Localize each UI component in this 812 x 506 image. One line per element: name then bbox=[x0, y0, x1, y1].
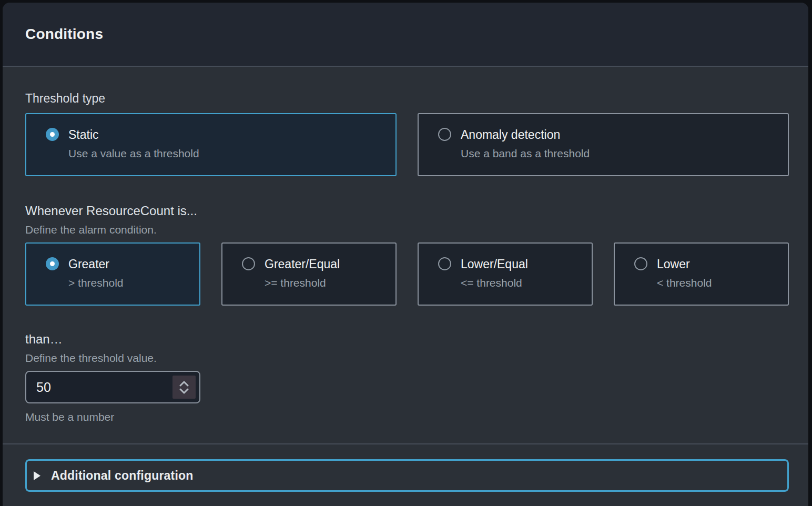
threshold-type-label: Threshold type bbox=[25, 92, 789, 105]
threshold-type-tiles: Static Use a value as a threshold Anomal… bbox=[25, 113, 789, 176]
condition-section-heading: Whenever ResourceCount is... Define the … bbox=[25, 204, 789, 236]
panel-header: Conditions bbox=[3, 3, 808, 67]
chevron-down-icon[interactable] bbox=[179, 388, 189, 394]
tile-anomaly-label: Anomaly detection bbox=[461, 127, 590, 142]
threshold-value-description: Define the threshold value. bbox=[25, 352, 789, 365]
conditions-panel: Conditions Threshold type Static Use a v… bbox=[3, 3, 808, 506]
caret-right-icon bbox=[33, 471, 41, 481]
radio-lower-equal[interactable] bbox=[438, 257, 451, 270]
tile-anomaly-description: Use a band as a threshold bbox=[461, 147, 590, 160]
tile-greater-equal-label: Greater/Equal bbox=[265, 257, 340, 271]
threshold-value-input-wrap bbox=[25, 371, 200, 403]
tile-greater-equal-description: >= threshold bbox=[265, 277, 340, 289]
constraint-text: Must be a number bbox=[25, 411, 789, 443]
tile-text: Greater/Equal >= threshold bbox=[265, 257, 340, 289]
tile-text: Lower < threshold bbox=[657, 257, 712, 289]
tile-greater[interactable]: Greater > threshold bbox=[25, 242, 200, 306]
radio-greater-equal[interactable] bbox=[242, 257, 255, 270]
tile-text: Greater > threshold bbox=[68, 257, 124, 289]
tile-lower-label: Lower bbox=[657, 257, 712, 271]
tile-greater-description: > threshold bbox=[68, 277, 124, 289]
tile-lower-equal[interactable]: Lower/Equal <= threshold bbox=[418, 242, 593, 306]
tile-lower-equal-label: Lower/Equal bbox=[461, 257, 528, 271]
tile-lower[interactable]: Lower < threshold bbox=[614, 242, 789, 306]
threshold-value-section: than… Define the threshold value. bbox=[25, 332, 789, 365]
panel-footer: Additional configuration bbox=[3, 443, 808, 505]
chevron-up-icon[interactable] bbox=[179, 381, 189, 387]
tile-text: Static Use a value as a threshold bbox=[68, 127, 199, 160]
radio-static-selected[interactable] bbox=[46, 128, 59, 141]
than-label: than… bbox=[25, 332, 789, 347]
tile-static-label: Static bbox=[68, 127, 199, 142]
tile-text: Lower/Equal <= threshold bbox=[461, 257, 528, 289]
additional-configuration-expander[interactable]: Additional configuration bbox=[25, 459, 789, 492]
condition-label: Whenever ResourceCount is... bbox=[25, 204, 789, 218]
tile-static-description: Use a value as a threshold bbox=[68, 147, 199, 160]
tile-lower-equal-description: <= threshold bbox=[461, 277, 528, 289]
panel-body: Threshold type Static Use a value as a t… bbox=[3, 67, 808, 443]
condition-description: Define the alarm condition. bbox=[25, 224, 789, 236]
radio-lower[interactable] bbox=[634, 257, 647, 270]
tile-greater-label: Greater bbox=[68, 257, 124, 271]
page-title: Conditions bbox=[25, 26, 103, 43]
tile-static[interactable]: Static Use a value as a threshold bbox=[25, 113, 397, 176]
tile-text: Anomaly detection Use a band as a thresh… bbox=[461, 127, 590, 160]
radio-greater-selected[interactable] bbox=[46, 257, 59, 270]
tile-greater-equal[interactable]: Greater/Equal >= threshold bbox=[221, 242, 397, 306]
number-stepper[interactable] bbox=[172, 376, 196, 399]
radio-anomaly-detection[interactable] bbox=[438, 128, 451, 141]
tile-anomaly-detection[interactable]: Anomaly detection Use a band as a thresh… bbox=[418, 113, 789, 176]
additional-configuration-label: Additional configuration bbox=[51, 469, 194, 483]
operator-tiles: Greater > threshold Greater/Equal >= thr… bbox=[25, 242, 789, 306]
tile-lower-description: < threshold bbox=[657, 277, 712, 289]
